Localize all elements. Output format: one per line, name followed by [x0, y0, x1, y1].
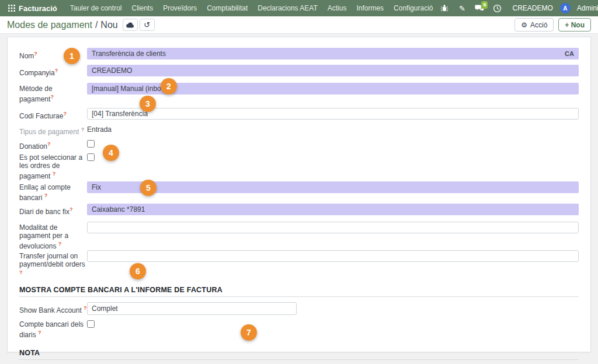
- help-icon[interactable]: ?: [38, 330, 41, 335]
- field-label-transfer: Transfer journal on payment/debit orders…: [19, 250, 87, 279]
- help-icon[interactable]: ?: [44, 192, 48, 198]
- debug-bug-icon[interactable]: [437, 0, 451, 16]
- modalitat-devolucions-input[interactable]: [87, 222, 579, 233]
- annotation-marker-6: 6: [130, 263, 146, 279]
- field-row-tipus: Tipus de pagament ? Entrada: [19, 124, 579, 136]
- annotation-marker-2: 2: [161, 78, 177, 94]
- section-title: MOSTRA COMPTE BANCARI A L'INFORME DE FAC…: [19, 286, 579, 294]
- new-button[interactable]: + Nou: [558, 18, 591, 32]
- menu-item[interactable]: Clients: [127, 0, 158, 16]
- translation-badge[interactable]: CA: [565, 50, 574, 57]
- help-icon[interactable]: ?: [63, 111, 67, 117]
- breadcrumb-separator: /: [95, 20, 98, 30]
- user-menu[interactable]: Administrator (creademo): [577, 4, 598, 12]
- help-icon[interactable]: ?: [19, 270, 23, 275]
- control-panel: Modes de pagament / Nou ↺ ⚙ Acció + Nou: [0, 16, 598, 34]
- field-label-metode: Mètode de pagament?: [19, 83, 87, 103]
- topbar-right: ✎ 6 CREADEMO A Administrator (creademo): [437, 0, 598, 16]
- field-row-transfer: Transfer journal on payment/debit orders…: [19, 250, 579, 279]
- menu-item[interactable]: Informes: [352, 0, 388, 16]
- tipus-value: Entrada: [87, 124, 112, 134]
- diari-banc-input[interactable]: Caixabanc *7891: [87, 204, 579, 215]
- field-label-comptebancari: Compte bancari dels diaris ?: [19, 318, 87, 339]
- field-label-modalitat: Modalitat de pagament per a devolucions …: [19, 222, 87, 250]
- annotation-marker-7: 7: [241, 324, 257, 341]
- form-sheet: Nom? Transferència de clients CA Company…: [7, 37, 591, 352]
- selectable-payment-orders-checkbox[interactable]: [87, 153, 95, 161]
- field-label-tipus: Tipus de pagament ?: [19, 124, 87, 136]
- transfer-journal-input[interactable]: [87, 250, 579, 262]
- menu-item[interactable]: Configuració: [389, 0, 437, 16]
- donation-checkbox[interactable]: [87, 140, 95, 148]
- annotation-marker-4: 4: [103, 145, 119, 161]
- messages-icon[interactable]: 6: [472, 0, 486, 16]
- menu-item[interactable]: Actius: [323, 0, 352, 16]
- field-label-diari: Diari de banc fix?: [19, 204, 87, 216]
- field-label-companyia: Companyia?: [19, 65, 87, 77]
- messages-count-badge: 6: [481, 1, 488, 9]
- section-bank-report: MOSTRA COMPTE BANCARI A L'INFORME DE FAC…: [19, 286, 579, 297]
- field-row-nom: Nom? Transferència de clients CA: [19, 48, 579, 60]
- main-menu: Tauler de controlClientsProveïdorsCompta…: [65, 0, 438, 16]
- field-row-diari: Diari de banc fix? Caixabanc *7891: [19, 204, 579, 216]
- show-bank-account-input[interactable]: [87, 302, 297, 315]
- field-label-codi: Codi Facturae?: [19, 108, 87, 120]
- field-row-companyia: Companyia? CREADEMO: [19, 65, 579, 77]
- field-label-enllac: Enllaç al compte bancari ?: [19, 181, 87, 202]
- app-name[interactable]: Facturació: [19, 4, 57, 13]
- menu-item[interactable]: Declaracions AEAT: [253, 0, 322, 16]
- help-icon[interactable]: ?: [55, 68, 58, 74]
- field-row-enllac: Enllaç al compte bancari ? Fix: [19, 181, 579, 202]
- section-nota: NOTA: [19, 349, 579, 360]
- breadcrumb-parent[interactable]: Modes de pagament: [7, 20, 92, 30]
- companyia-input[interactable]: CREADEMO: [87, 65, 579, 76]
- field-row-codi: Codi Facturae?: [19, 108, 579, 120]
- field-row-showbank: Show Bank Account ?: [19, 302, 579, 315]
- help-icon[interactable]: ?: [84, 305, 87, 311]
- compte-bancari-diaris-checkbox[interactable]: [87, 320, 95, 328]
- save-cloud-icon[interactable]: [123, 19, 138, 31]
- menu-item[interactable]: Proveïdors: [158, 0, 201, 16]
- field-label-donation: Donation?: [19, 138, 87, 150]
- help-icon[interactable]: ?: [81, 127, 85, 132]
- help-icon[interactable]: ?: [69, 206, 73, 212]
- nom-input[interactable]: Transferència de clients CA: [87, 48, 579, 60]
- field-label-showbank: Show Bank Account ?: [19, 302, 87, 314]
- record-status-buttons: ↺: [123, 19, 155, 31]
- apps-grid-icon[interactable]: [8, 0, 15, 16]
- field-row-comptebancari: Compte bancari dels diaris ?: [19, 318, 579, 340]
- help-icon[interactable]: ?: [34, 51, 37, 57]
- gear-icon: ⚙: [521, 21, 527, 29]
- help-icon[interactable]: ?: [58, 241, 62, 247]
- help-icon[interactable]: ?: [53, 171, 56, 177]
- menu-item[interactable]: Comptabilitat: [202, 0, 252, 16]
- activity-clock-icon[interactable]: [490, 0, 504, 16]
- apps-grid-glyph: [8, 5, 15, 12]
- annotation-marker-3: 3: [140, 96, 156, 112]
- company-switcher[interactable]: CREADEMO: [512, 4, 552, 12]
- annotation-marker-1: 1: [64, 48, 80, 64]
- annotation-marker-5: 5: [140, 180, 157, 196]
- discard-undo-icon[interactable]: ↺: [140, 19, 155, 31]
- control-panel-actions: ⚙ Acció + Nou: [514, 18, 591, 32]
- field-row-metode: Mètode de pagament? [manual] Manual (inb…: [19, 83, 579, 103]
- top-navbar: Facturació Tauler de controlClientsProve…: [0, 0, 598, 16]
- field-row-modalitat: Modalitat de pagament per a devolucions …: [19, 222, 579, 250]
- help-icon[interactable]: ?: [47, 141, 51, 147]
- enllac-select[interactable]: Fix: [87, 181, 579, 193]
- user-avatar[interactable]: A: [560, 3, 571, 13]
- edit-pencil-icon[interactable]: ✎: [455, 0, 469, 16]
- help-icon[interactable]: ?: [50, 94, 54, 100]
- codi-facturae-input[interactable]: [87, 108, 579, 120]
- breadcrumb-current: Nou: [100, 20, 117, 30]
- field-label-espot: Es pot seleccionar a les ordres de pagam…: [19, 152, 87, 180]
- section-title: NOTA: [19, 349, 579, 357]
- action-button[interactable]: ⚙ Acció: [514, 18, 554, 32]
- menu-item[interactable]: Tauler de control: [65, 0, 127, 16]
